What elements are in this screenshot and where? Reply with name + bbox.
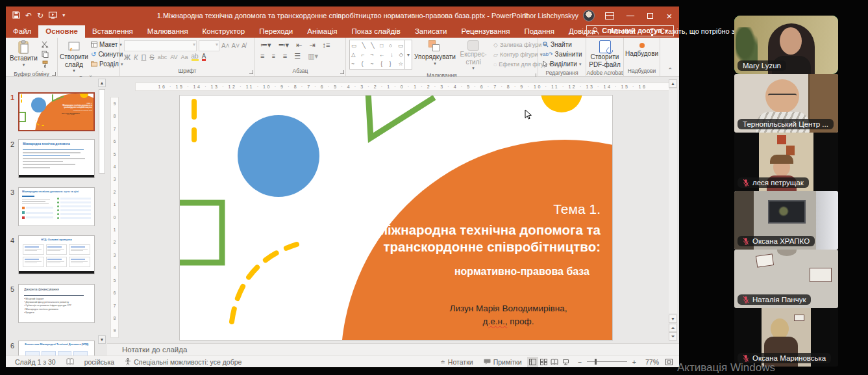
shape-glyph[interactable]: ← <box>379 52 385 58</box>
font-size-combobox[interactable] <box>199 40 219 51</box>
align-center-icon[interactable]: ≡ <box>271 51 276 61</box>
thumbnail-scroll-thumb[interactable] <box>99 89 105 174</box>
shape-glyph[interactable]: ╲ <box>362 43 366 49</box>
underline-button[interactable]: П <box>141 53 146 61</box>
grow-font-icon[interactable]: A˄ <box>221 42 230 49</box>
bold-button[interactable]: Ж <box>124 53 130 61</box>
scrollbar-track[interactable] <box>669 89 677 313</box>
font-color-button[interactable]: А <box>202 53 206 61</box>
bullets-icon[interactable]: ≔▾ <box>259 40 273 50</box>
participant-video-6[interactable]: Оксана Мариновська <box>734 308 838 367</box>
slide-thumbnail-image[interactable]: Міжнародна технічна допомога: суть та ці… <box>18 187 95 226</box>
columns-icon[interactable]: ▥▾ <box>306 51 319 61</box>
shapes-gallery[interactable]: ▭╲╲□○▭ △⌐¬←↓◇ ~(~{}☆ <box>349 40 405 70</box>
numbering-icon[interactable]: ≕▾ <box>277 40 291 50</box>
participant-video-3[interactable]: леся петрущак <box>734 133 838 191</box>
account-name[interactable]: Ihor Lishchynskyy <box>525 12 578 19</box>
new-slide-button[interactable]: Створити слайд ▾ <box>59 40 89 74</box>
decrease-indent-icon[interactable]: ⇤ <box>295 40 303 50</box>
shape-glyph[interactable]: ( <box>362 61 364 67</box>
clear-formatting-icon[interactable]: A̸ <box>242 42 246 49</box>
italic-button[interactable]: К <box>134 53 138 61</box>
tab-Показ слайдів[interactable]: Показ слайдів <box>345 25 408 38</box>
spellcheck-icon[interactable] <box>61 358 79 365</box>
thumbnail-scrollbar[interactable]: ▲ ▼ <box>98 79 106 344</box>
shape-glyph[interactable]: ▭ <box>351 43 356 49</box>
slide-number-indicator[interactable]: Слайд 1 з 30 <box>10 358 61 366</box>
slide-thumbnail-2[interactable]: 2 Міжнародна технічна допомога <box>6 139 107 181</box>
slide-thumbnail-image[interactable]: Міжнародна технічна допомога <box>18 139 95 178</box>
clipboard-dialog-launcher[interactable] <box>52 72 56 76</box>
notes-pane[interactable]: Нотатки до слайда <box>107 343 679 356</box>
strikethrough-button[interactable]: S <box>149 53 154 61</box>
shape-glyph[interactable]: ◇ <box>399 52 403 58</box>
minimize-button[interactable]: — <box>621 6 640 25</box>
restore-button[interactable] <box>640 6 660 25</box>
slide-thumbnail-3[interactable]: 3 Міжнародна технічна допомога: суть та … <box>6 187 107 229</box>
ribbon-display-options-button[interactable] <box>601 6 621 25</box>
shape-glyph[interactable]: ╲ <box>371 43 375 49</box>
vertical-scrollbar[interactable]: ▲ ▼ ⏶ ⏷ <box>668 79 678 341</box>
font-dialog-launcher[interactable] <box>249 70 253 74</box>
slide-editor[interactable]: Тема 1. Міжнародна технічна допомога та … <box>180 96 612 340</box>
save-icon[interactable] <box>12 11 20 20</box>
next-slide-button[interactable]: ⏷ <box>669 332 677 341</box>
participant-video-4[interactable]: Оксана ХРАПКО <box>734 191 838 250</box>
shape-glyph[interactable]: ~ <box>351 61 354 67</box>
increase-indent-icon[interactable]: ⇥ <box>308 40 316 50</box>
participant-video-1[interactable]: Mary Lyzun <box>734 16 838 74</box>
vertical-ruler[interactable]: 9 8 7 6 5 4 3 2 1 0 1 2 3 4 5 6 7 8 9 <box>110 97 119 338</box>
copy-icon[interactable] <box>40 51 50 60</box>
line-spacing-icon[interactable]: ↕≡ <box>321 40 332 50</box>
zoom-out-button[interactable]: − <box>571 358 583 366</box>
slide-sorter-view-button[interactable] <box>538 357 549 367</box>
shape-glyph[interactable]: ▭ <box>398 43 403 49</box>
shape-glyph[interactable]: ☆ <box>398 61 403 67</box>
zoom-slider-thumb[interactable] <box>595 359 597 365</box>
scroll-down-icon[interactable]: ▼ <box>669 315 677 323</box>
shape-glyph[interactable]: { <box>380 61 382 67</box>
character-spacing-button[interactable]: AV <box>170 54 177 60</box>
align-right-icon[interactable]: ≡ <box>282 51 288 61</box>
tab-Малювання[interactable]: Малювання <box>140 25 195 38</box>
language-indicator[interactable]: російська <box>79 358 120 366</box>
notes-toggle-button[interactable]: ≐Нотатки <box>435 358 478 366</box>
slide-author-text[interactable]: Лизун Марія Володимирівна, д.е.н., проф. <box>424 302 593 328</box>
justify-icon[interactable]: ☰ <box>293 51 302 61</box>
create-pdf-button[interactable]: Створити PDF-файл <box>586 40 625 69</box>
comments-toggle-button[interactable]: Примітки <box>478 358 527 366</box>
slide-thumbnail-image[interactable]: Екосистема Міжнародної Технічної Допомог… <box>18 341 95 356</box>
slide-thumbnail-5[interactable]: 5 Джерела фінансування • Місцевий бюджет… <box>6 284 107 326</box>
shape-glyph[interactable]: ⌐ <box>361 52 364 58</box>
accessibility-indicator[interactable]: Спеціальні можливості: усе добре <box>119 358 247 366</box>
shape-glyph[interactable]: ¬ <box>370 52 373 58</box>
zoom-slider[interactable] <box>587 361 627 362</box>
reading-view-button[interactable] <box>549 357 560 367</box>
slideshow-view-button[interactable] <box>560 357 571 367</box>
tab-Переходи[interactable]: Переходи <box>252 25 300 38</box>
paragraph-dialog-launcher[interactable] <box>340 70 344 74</box>
slide-thumbnail-image[interactable]: Джерела фінансування • Місцевий бюджет• … <box>18 284 95 323</box>
horizontal-ruler[interactable]: 16 · 15 · 14 · 13 · 12 · 11 · 10 · 9 · 8… <box>135 83 670 91</box>
text-shadow-button[interactable]: abc <box>158 54 167 60</box>
find-button[interactable]: Знайти <box>541 40 574 49</box>
tab-Подання[interactable]: Подання <box>517 25 561 38</box>
shapes-gallery-more-button[interactable]: ▼ <box>405 40 412 70</box>
highlight-color-button[interactable]: ab <box>192 53 199 61</box>
thumbnail-scroll-up-icon[interactable]: ▲ <box>98 79 106 87</box>
zoom-in-button[interactable]: + <box>631 358 641 366</box>
tab-Файл[interactable]: Файл <box>6 25 38 38</box>
tab-Вставлення[interactable]: Вставлення <box>85 25 140 38</box>
slide-thumbnail-6[interactable]: 6 Екосистема Міжнародної Технічної Допом… <box>6 341 107 356</box>
paste-button[interactable]: Вставити ▾ <box>7 40 40 68</box>
format-painter-icon[interactable] <box>40 60 50 70</box>
tab-Записати[interactable]: Записати <box>408 25 454 38</box>
slide-thumbnail-1[interactable]: 1 Тема 1. Міжнародна технічна допомога т… <box>6 92 107 134</box>
cut-icon[interactable] <box>40 41 50 51</box>
account-avatar[interactable] <box>583 10 595 21</box>
previous-slide-button[interactable]: ⏶ <box>669 324 677 332</box>
share-button[interactable]: Спільний доступ ▾ <box>586 25 674 36</box>
font-name-combobox[interactable] <box>124 40 197 51</box>
shape-glyph[interactable]: □ <box>380 43 383 49</box>
select-button[interactable]: Виділити ▾ <box>541 59 583 69</box>
